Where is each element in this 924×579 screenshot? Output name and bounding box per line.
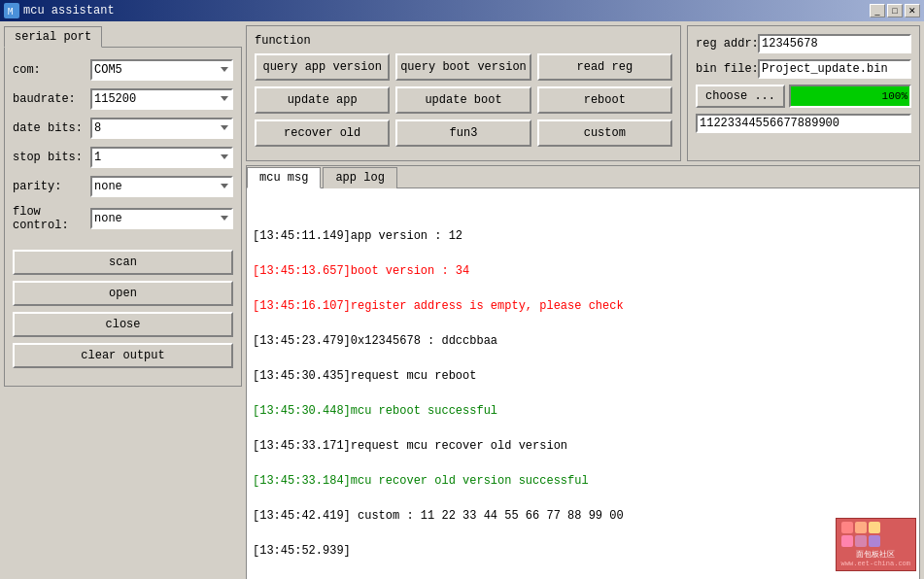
function-row-3: recover old fun3 custom [255,119,672,147]
window-controls: _ □ ✕ [870,4,920,17]
open-button[interactable]: open [13,281,233,306]
bin-file-label: bin file: [696,62,754,76]
log-line: [13:45:16.107]register address is empty,… [253,297,913,315]
log-tabs: mcu msg app log [247,166,919,188]
bin-file-input[interactable] [758,59,911,79]
com-label: com: [13,63,90,77]
function-row-1: query app version query boot version rea… [255,53,672,81]
com-row: com: COM5COM1COM2 [13,59,233,81]
watermark: 面包板社区 www.eet-china.com [836,518,916,571]
log-section: mcu msg app log [13:45:11.149]app versio… [246,165,920,579]
watermark-logo-row2 [841,535,910,547]
databits-select[interactable]: 876 [90,118,233,139]
log-line: [13:45:30.435]request mcu reboot [253,367,913,385]
log-line: [13:45:52.939] [253,542,913,560]
bin-file-row: bin file: [696,59,911,79]
parity-select[interactable]: noneoddeven [90,176,233,197]
log-line: [13:45:30.448]mcu reboot successful [253,402,913,420]
log-line: [13:45:23.479]0x12345678 : ddccbbaa [253,332,913,350]
reg-addr-input[interactable] [758,34,911,53]
progress-bar: 100% [789,85,911,108]
function-area: function query app version query boot ve… [246,25,681,161]
progress-text: 100% [882,90,907,102]
log-content: [13:45:11.149]app version : 12 [13:45:13… [247,188,919,579]
minimize-button[interactable]: _ [870,4,885,17]
window-title: mcu assistant [23,4,115,17]
function-row-2: update app update boot reboot [255,86,672,114]
databits-row: date bits: 876 [13,118,233,139]
update-boot-button[interactable]: update boot [395,86,530,114]
watermark-logo [841,522,910,533]
stopbits-select[interactable]: 11.52 [90,147,233,168]
close-button[interactable]: close [13,312,233,337]
left-panel: serial port com: COM5COM1COM2 baudrate: … [4,25,242,579]
choose-button[interactable]: choose ... [696,85,785,108]
choose-row: choose ... 100% [696,85,911,108]
close-button[interactable]: ✕ [905,4,920,17]
parity-row: parity: noneoddeven [13,176,233,197]
log-line: [13:45:42.419] custom : 11 22 33 44 55 6… [253,507,913,525]
log-line: [13:45:13.657]boot version : 34 [253,262,913,280]
read-reg-button[interactable]: read reg [537,53,672,81]
clear-output-button[interactable]: clear output [13,343,233,368]
reg-addr-label: reg addr: [696,37,754,51]
com-select[interactable]: COM5COM1COM2 [90,59,233,81]
log-line: [13:45:33.184]mcu recover old version su… [253,472,913,490]
custom-button[interactable]: custom [537,119,672,147]
baudrate-row: baudrate: 115200960038400 [13,88,233,110]
reg-addr-row: reg addr: [696,34,911,53]
update-app-button[interactable]: update app [255,86,390,114]
databits-label: date bits: [13,121,90,135]
right-panel: function query app version query boot ve… [246,25,920,579]
query-app-version-button[interactable]: query app version [255,53,390,81]
parity-label: parity: [13,180,90,193]
tab-app-log[interactable]: app log [323,167,396,188]
flowcontrol-select[interactable]: nonerts/cts [90,208,233,229]
watermark-url: www.eet-china.com [841,560,910,567]
fun3-button[interactable]: fun3 [395,119,530,147]
function-label: function [255,34,672,48]
reboot-button[interactable]: reboot [537,86,672,114]
reg-data-input[interactable] [696,114,911,133]
stopbits-row: stop bits: 11.52 [13,147,233,168]
reg-data-row [696,114,911,133]
baudrate-label: baudrate: [13,92,90,106]
serial-port-tab[interactable]: serial port [4,26,102,48]
svg-text:M: M [8,7,14,17]
title-bar: M mcu assistant _ □ ✕ [0,0,924,21]
query-boot-version-button[interactable]: query boot version [395,53,530,81]
maximize-button[interactable]: □ [887,4,903,17]
flowcontrol-row: flow control: nonerts/cts [13,205,233,232]
baudrate-select[interactable]: 115200960038400 [90,88,233,110]
log-line: [13:45:33.171]request mcu recover old ve… [253,437,913,455]
log-line: [13:45:11.149]app version : 12 [253,227,913,245]
serial-port-panel: com: COM5COM1COM2 baudrate: 115200960038… [4,47,242,387]
scan-button[interactable]: scan [13,250,233,275]
app-icon: M [4,3,19,18]
watermark-text: 面包板社区 [841,549,910,560]
recover-old-button[interactable]: recover old [255,119,390,147]
stopbits-label: stop bits: [13,151,90,164]
reg-panel: reg addr: bin file: choose ... 100% [687,25,920,161]
flowcontrol-label: flow control: [13,205,90,232]
tab-mcu-msg[interactable]: mcu msg [247,167,321,188]
main-window: serial port com: COM5COM1COM2 baudrate: … [0,21,924,579]
